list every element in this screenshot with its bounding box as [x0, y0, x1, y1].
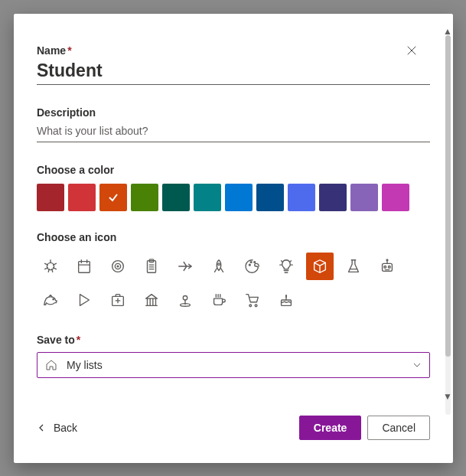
svg-line-7: [52, 269, 53, 272]
color-swatch-red[interactable]: [68, 184, 96, 211]
cancel-button[interactable]: Cancel: [367, 416, 430, 440]
svg-line-3: [54, 263, 57, 265]
dialog-footer: Back Create Cancel: [14, 414, 453, 463]
icon-option-airplane[interactable]: [171, 253, 199, 280]
svg-point-45: [181, 304, 191, 307]
description-label: Description: [37, 106, 430, 119]
svg-point-46: [249, 305, 252, 307]
choose-icon-label: Choose an icon: [37, 231, 430, 243]
save-to-label: Save to*: [37, 334, 430, 346]
choose-color-label: Choose a color: [37, 164, 430, 176]
svg-point-31: [388, 266, 390, 269]
color-swatch-purple[interactable]: [350, 184, 378, 211]
icon-option-play[interactable]: [70, 286, 98, 314]
svg-rect-8: [79, 262, 90, 273]
icon-option-robot[interactable]: [373, 253, 401, 280]
color-swatch-orange[interactable]: [99, 184, 127, 211]
icon-option-shopping-cart[interactable]: [239, 286, 266, 314]
icon-option-cube[interactable]: [306, 253, 334, 280]
color-swatches: [37, 184, 430, 211]
create-button[interactable]: Create: [299, 416, 362, 440]
svg-point-44: [183, 296, 187, 301]
svg-line-27: [290, 261, 291, 262]
save-to-value: My lists: [67, 359, 403, 371]
icon-option-first-aid[interactable]: [104, 286, 132, 314]
color-swatch-dark-red[interactable]: [37, 184, 64, 211]
svg-line-4: [45, 268, 48, 269]
svg-point-14: [117, 266, 119, 267]
color-swatch-green[interactable]: [131, 184, 158, 211]
svg-line-5: [54, 268, 57, 269]
icon-option-bank[interactable]: [138, 286, 165, 314]
svg-point-33: [386, 259, 388, 261]
chevron-left-icon: [37, 423, 46, 432]
icon-option-coffee[interactable]: [205, 286, 233, 314]
icon-option-bug[interactable]: [37, 253, 64, 280]
color-swatch-dark-blue[interactable]: [256, 184, 284, 211]
description-input[interactable]: [37, 120, 430, 142]
chevron-down-icon: [412, 360, 422, 370]
color-swatch-blue[interactable]: [225, 184, 253, 211]
icon-option-target[interactable]: [104, 253, 132, 280]
svg-point-22: [250, 262, 252, 263]
icon-option-piggy-bank[interactable]: [37, 286, 64, 314]
svg-point-35: [53, 298, 54, 299]
icon-option-location-pin[interactable]: [171, 286, 199, 314]
icon-option-palette[interactable]: [239, 253, 266, 280]
scrollbar[interactable]: [445, 35, 451, 415]
create-list-dialog: ▲ ▼ Name* Description Choose a color Cho…: [14, 14, 453, 463]
svg-line-26: [282, 261, 282, 262]
svg-point-30: [384, 266, 386, 269]
svg-line-2: [45, 263, 48, 265]
name-label: Name*: [37, 44, 430, 57]
icon-option-lightbulb[interactable]: [272, 253, 300, 280]
home-icon: [45, 359, 57, 371]
name-input[interactable]: [37, 58, 430, 85]
svg-point-12: [112, 261, 124, 272]
icon-option-rocket[interactable]: [205, 253, 233, 280]
icon-option-flask[interactable]: [340, 253, 367, 280]
svg-point-0: [47, 262, 54, 269]
icon-grid: [37, 253, 419, 314]
icon-option-clipboard[interactable]: [138, 253, 165, 280]
color-swatch-dark-teal[interactable]: [162, 184, 190, 211]
color-swatch-pink[interactable]: [382, 184, 409, 211]
back-button[interactable]: Back: [37, 422, 77, 434]
close-icon: [406, 45, 417, 56]
svg-point-47: [255, 305, 257, 307]
svg-line-6: [48, 269, 49, 272]
close-button[interactable]: [399, 38, 424, 63]
svg-point-23: [254, 262, 256, 263]
color-swatch-indigo[interactable]: [288, 184, 315, 211]
color-swatch-teal[interactable]: [194, 184, 221, 211]
color-swatch-navy[interactable]: [319, 184, 347, 211]
icon-option-cake[interactable]: [272, 286, 300, 314]
icon-option-calendar[interactable]: [70, 253, 98, 280]
svg-point-21: [249, 264, 250, 266]
svg-point-20: [218, 263, 220, 266]
svg-point-13: [115, 263, 120, 269]
scroll-arrow-down[interactable]: ▼: [443, 391, 452, 402]
save-to-select[interactable]: My lists: [37, 352, 430, 378]
